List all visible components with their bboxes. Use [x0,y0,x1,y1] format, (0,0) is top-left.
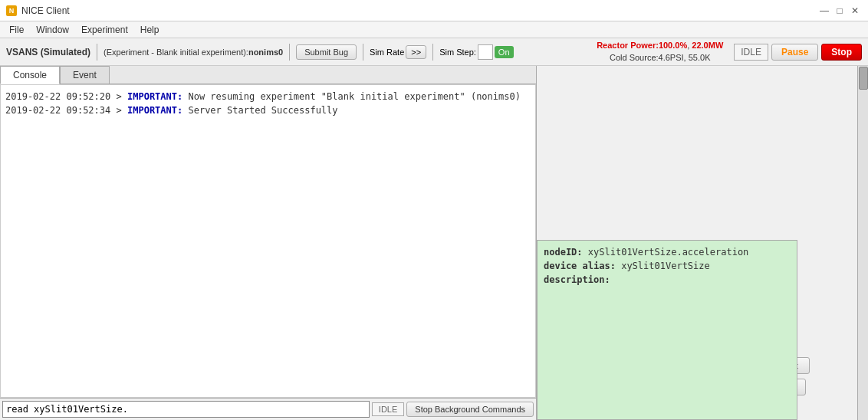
menu-help[interactable]: Help [134,23,166,37]
menu-experiment[interactable]: Experiment [75,23,134,37]
sim-step-group: Sim Step: On [439,44,513,60]
pause-button[interactable]: Pause [771,44,818,61]
command-area: IDLE Stop Background Commands xySlit01Ve… [0,398,536,420]
menu-bar: File Window Experiment Help [0,21,868,38]
app-label: VSANS (Simulated) [6,47,90,57]
toolbar-sep-3 [363,44,363,61]
sim-step-label: Sim Step: [439,48,476,57]
command-input[interactable] [2,401,370,418]
left-panel: Console Event 2019-02-22 09:52:20 > IMPO… [0,66,537,420]
title-bar-controls: — □ ✕ [817,4,862,18]
on-badge: On [495,46,514,58]
console-output[interactable]: 2019-02-22 09:52:20 > IMPORTANT: Now res… [0,84,536,398]
idle-badge: IDLE [734,44,768,61]
toolbar-sep-2 [289,44,290,61]
tab-bar: Console Event [0,66,536,84]
title-bar-text: NICE Client [21,5,70,16]
scrollbar-thumb [859,67,868,90]
experiment-label: (Experiment - Blank initial experiment):… [104,48,283,57]
console-line-1: 2019-02-22 09:52:20 > IMPORTANT: Now res… [5,90,531,103]
detail-panel: nodeID: xySlit01VertSize.acceleration de… [537,240,797,420]
detail-node-id: nodeID: xySlit01VertSize.acceleration [544,247,791,258]
sim-rate-group: Sim Rate >> [370,45,426,59]
stop-button[interactable]: Stop [821,44,862,61]
toolbar-sep-1 [97,44,97,61]
menu-file[interactable]: File [3,23,30,37]
sim-rate-button[interactable]: >> [406,45,426,59]
detail-device-alias: device alias: xySlit01VertSize [544,261,791,271]
sim-rate-label: Sim Rate [370,48,404,57]
reactor-info: Reactor Power:100.0%, 22.0MW Cold Source… [597,40,723,64]
sim-step-input[interactable] [478,44,493,60]
tab-console[interactable]: Console [0,66,60,84]
menu-window[interactable]: Window [30,23,75,37]
maximize-button[interactable]: □ [833,4,847,18]
app-icon: N [6,5,17,16]
console-line-2: 2019-02-22 09:52:34 > IMPORTANT: Server … [5,103,531,117]
right-panel: Expand All Collapse All Go to current Ca… [537,66,868,420]
minimize-button[interactable]: — [817,4,831,18]
cold-source: Cold Source:4.6PSI, 55.0K [597,52,723,64]
toolbar: VSANS (Simulated) (Experiment - Blank in… [0,38,868,66]
title-bar: N NICE Client — □ ✕ [0,0,868,21]
toolbar-sep-4 [432,44,433,61]
tab-event[interactable]: Event [60,66,110,84]
right-scrollbar[interactable] [857,66,868,420]
submit-bug-button[interactable]: Submit Bug [296,44,357,60]
main-content: Console Event 2019-02-22 09:52:20 > IMPO… [0,66,868,420]
close-button[interactable]: ✕ [848,4,862,18]
reactor-power: Reactor Power:100.0%, 22.0MW [597,40,723,51]
detail-description-label: description: [544,274,791,285]
stop-background-commands-button[interactable]: Stop Background Commands [406,402,534,417]
cmd-idle-badge: IDLE [372,402,404,416]
